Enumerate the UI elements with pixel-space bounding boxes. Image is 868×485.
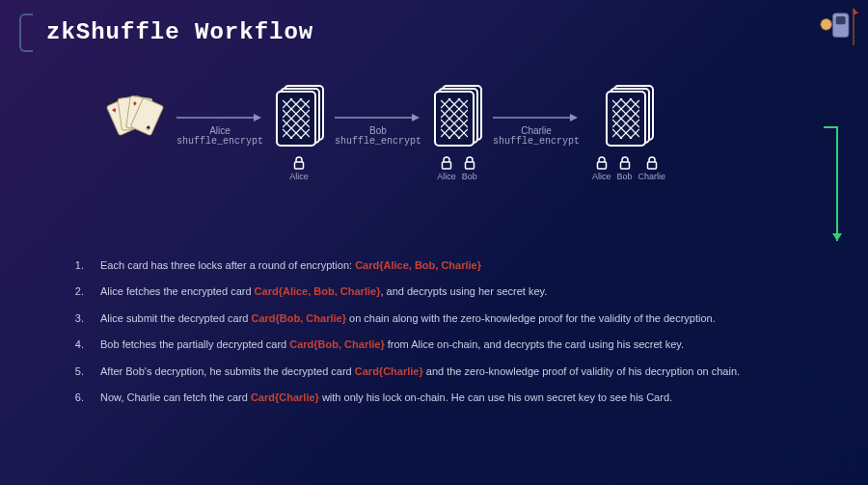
svg-marker-21	[412, 114, 420, 121]
stage-bob-deck: Alice Bob	[434, 85, 480, 181]
lock-icon	[619, 156, 631, 170]
svg-line-44	[630, 98, 639, 108]
step-item: Bob fetches the partially decrypted card…	[87, 337, 829, 352]
step-item: Now, Charlie can fetch the card Card{Cha…	[87, 391, 829, 405]
lock-owner-label: Alice	[437, 172, 456, 181]
svg-rect-35	[465, 162, 474, 169]
arrow-bob: Bob shuffle_encrypt	[330, 85, 426, 147]
title-bracket-decoration	[19, 13, 33, 52]
arrow-right-icon	[335, 112, 421, 123]
lock-owner-label: Bob	[617, 172, 633, 181]
page-title: zkShuffle Workflow	[46, 19, 313, 45]
arrow-charlie: Charlie shuffle_encrypt	[488, 85, 584, 147]
stage-alice-deck: Alice	[276, 85, 322, 181]
svg-line-13	[300, 98, 310, 108]
lock-icon	[441, 156, 452, 170]
arrow-fn-label: shuffle_encrypt	[493, 136, 580, 147]
svg-rect-50	[597, 162, 606, 169]
svg-marker-6	[254, 114, 261, 121]
highlight-card-expr: Card{Charlie}	[251, 391, 319, 403]
svg-rect-51	[620, 162, 629, 169]
steps-list: Each card has three locks after a round …	[68, 258, 829, 417]
svg-line-42	[620, 120, 639, 139]
lock-icon	[596, 156, 608, 170]
svg-line-49	[612, 129, 622, 139]
arrow-actor-label: Alice	[209, 125, 231, 136]
highlight-card-expr: Card{Alice, Bob, Charlie}	[355, 259, 481, 271]
svg-line-12	[300, 129, 310, 139]
flow-down-arrow-icon	[824, 125, 839, 251]
svg-line-32	[441, 120, 460, 139]
arrow-right-icon	[493, 112, 580, 123]
lock-owner-label: Alice	[592, 172, 611, 181]
arrow-right-icon	[176, 112, 263, 123]
step-item: Alice submit the decrypted card Card{Bob…	[87, 311, 829, 326]
svg-point-0	[821, 19, 832, 31]
svg-rect-52	[647, 162, 656, 169]
stage-charlie-deck: Alice Bob Charlie	[592, 85, 665, 181]
svg-line-29	[448, 98, 468, 118]
arrow-fn-label: shuffle_encrypt	[176, 136, 263, 147]
svg-marker-53	[832, 233, 842, 241]
svg-line-26	[448, 120, 468, 139]
svg-line-22	[441, 98, 450, 108]
svg-line-17	[283, 120, 302, 139]
svg-line-27	[458, 129, 468, 139]
card-deck-icon	[606, 85, 652, 147]
arrow-alice: Alice shuffle_encrypt	[172, 85, 268, 147]
svg-marker-37	[570, 114, 578, 121]
lock-owner-label: Charlie	[638, 172, 666, 181]
highlight-card-expr: Card{Alice, Bob, Charlie}	[255, 285, 381, 297]
lock-icon	[293, 156, 305, 170]
svg-line-38	[612, 98, 622, 108]
svg-rect-2	[836, 16, 846, 24]
card-deck-icon	[276, 85, 322, 147]
mascot-knight-icon	[810, 2, 858, 50]
svg-line-8	[283, 98, 302, 118]
svg-line-11	[290, 120, 310, 139]
step-item: Alice fetches the encrypted card Card{Al…	[87, 284, 829, 299]
svg-line-23	[441, 98, 460, 118]
arrow-actor-label: Charlie	[521, 125, 552, 136]
svg-line-7	[283, 98, 292, 108]
svg-line-33	[441, 129, 450, 139]
svg-line-28	[458, 98, 468, 108]
svg-line-14	[290, 98, 310, 118]
svg-rect-34	[442, 162, 450, 169]
svg-line-39	[612, 98, 632, 118]
highlight-card-expr: Card{Bob, Charlie}	[252, 312, 346, 324]
lock-icon	[646, 156, 658, 170]
lock-owner-label: Alice	[289, 172, 309, 181]
svg-line-18	[283, 129, 292, 139]
lock-owner-label: Bob	[462, 172, 477, 181]
stage-initial-cards: ♥ ♣ ♦ ♠	[106, 85, 164, 143]
workflow-diagram: ♥ ♣ ♦ ♠ Alice shuffle_encrypt Alice Bo	[106, 85, 820, 210]
svg-line-48	[612, 120, 632, 139]
arrow-fn-label: shuffle_encrypt	[335, 136, 421, 147]
lock-icon	[464, 156, 475, 170]
playing-cards-icon: ♥ ♣ ♦ ♠	[106, 91, 164, 143]
step-item: After Bob's decryption, he submits the d…	[87, 364, 829, 379]
highlight-card-expr: Card{Charlie}	[355, 365, 423, 377]
card-deck-icon	[434, 85, 480, 147]
svg-rect-19	[294, 162, 303, 169]
highlight-card-expr: Card{Bob, Charlie}	[289, 338, 384, 350]
svg-line-43	[630, 129, 639, 139]
svg-marker-4	[854, 9, 858, 15]
svg-line-45	[620, 98, 639, 118]
arrow-actor-label: Bob	[369, 125, 387, 136]
step-item: Each card has three locks after a round …	[87, 258, 829, 273]
